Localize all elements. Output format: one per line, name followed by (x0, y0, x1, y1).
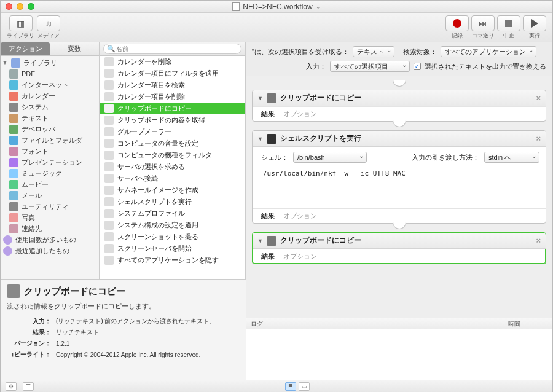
category-icon (9, 147, 18, 156)
close-icon[interactable] (6, 3, 12, 10)
disclosure-icon[interactable]: ▼ (257, 238, 263, 244)
action-label: シェルスクリプトを実行 (117, 197, 192, 206)
shell-script-input[interactable]: /usr/local/bin/nkf -w --ic=UTF8-MAC (259, 167, 539, 203)
action-label: コンピュータの機種をフィルタ (117, 151, 212, 160)
input-select[interactable]: すべての選択項目 (330, 61, 410, 72)
detail-copyright-label: コピーライト： (8, 350, 55, 360)
title-chevron-icon[interactable]: ⌄ (316, 4, 321, 10)
action-item[interactable]: システムプロファイル (100, 208, 245, 219)
sidebar-item[interactable]: ムービー (1, 179, 99, 190)
results-tab[interactable]: 結果 (261, 252, 275, 261)
sidebar-item[interactable]: ユーティリティ (1, 201, 99, 212)
sidebar-item[interactable]: システム (1, 101, 99, 112)
action-item[interactable]: カレンダー項目を削除 (100, 91, 245, 103)
action-item[interactable]: システム構成の設定を適用 (100, 219, 245, 231)
action-item[interactable]: サーバの選択を求める (100, 161, 245, 173)
library-button[interactable]: ▥ ライブラリ (7, 15, 34, 40)
close-step-icon[interactable]: × (536, 236, 541, 245)
search-input[interactable] (103, 44, 241, 54)
action-item[interactable]: サムネールイメージを作成 (100, 184, 245, 196)
sidebar-item[interactable]: 写真 (1, 212, 99, 223)
disclosure-icon[interactable]: ▼ (2, 60, 8, 66)
sidebar-item[interactable]: テキスト (1, 112, 99, 123)
workflow-area[interactable]: ▼クリップボードにコピー× 結果オプション ▼シェルスクリプトを実行× シェル：… (246, 76, 552, 318)
action-item[interactable]: コンピュータの音量を設定 (100, 138, 245, 149)
stop-button[interactable]: 中止 (497, 15, 520, 40)
options-tab[interactable]: オプション (283, 252, 317, 261)
statusbar: ⚙ ☰ ≣ ▭ (1, 380, 552, 392)
results-tab[interactable]: 結果 (261, 211, 275, 221)
sidebar-item-label: メール (22, 191, 42, 200)
action-item[interactable]: グループメーラー (100, 126, 245, 138)
receives-select[interactable]: テキスト (353, 46, 394, 57)
action-item[interactable]: カレンダー項目にフィルタを適用 (100, 68, 245, 79)
sidebar-item[interactable]: カレンダー (1, 90, 99, 101)
action-item[interactable]: スクリーンショットを撮る (100, 231, 245, 243)
action-label: サムネールイメージを作成 (117, 186, 198, 195)
disclosure-icon[interactable]: ▼ (257, 136, 263, 142)
library-icon (11, 58, 20, 68)
sidebar-item[interactable]: ファイルとフォルダ (1, 135, 99, 146)
sidebar-item[interactable]: プレゼンテーション (1, 157, 99, 168)
sidebar-item-label: PDF (22, 70, 35, 77)
sidebar-item[interactable]: デベロッパ (1, 123, 99, 135)
sidebar-item[interactable]: フォント (1, 146, 99, 157)
shell-label: シェル： (259, 153, 288, 162)
action-item[interactable]: コンピュータの機種をフィルタ (100, 149, 245, 161)
tab-variables[interactable]: 変数 (50, 42, 99, 55)
step-copy-2[interactable]: ▼クリップボードにコピー× 結果オプション (252, 232, 546, 264)
sidebar-item[interactable]: ミュージック (1, 168, 99, 179)
action-label: システム構成の設定を適用 (117, 221, 198, 230)
results-tab[interactable]: 結果 (261, 109, 275, 119)
workflow-input-header: "は、次の選択項目を受け取る： テキスト 検索対象： すべてのアプリケーション … (246, 42, 552, 76)
sidebar-smart-item[interactable]: 使用回数が多いもの (1, 234, 99, 245)
minimize-icon[interactable] (17, 3, 23, 10)
sidebar-toggle-icon[interactable]: ☰ (23, 382, 34, 391)
step-button[interactable]: ⏭コマ送り (471, 15, 495, 40)
record-button[interactable]: 記録 (445, 15, 469, 40)
sidebar-item[interactable]: 連絡先 (1, 223, 99, 234)
sidebar-item[interactable]: インターネット (1, 79, 99, 90)
options-tab[interactable]: オプション (283, 211, 317, 221)
tab-actions[interactable]: アクション (1, 42, 50, 55)
replace-checkbox[interactable]: ✓ (414, 63, 421, 70)
view-other-icon[interactable]: ▭ (299, 382, 310, 391)
target-select[interactable]: すべてのアプリケーション (441, 46, 536, 57)
disclosure-icon[interactable]: ▼ (257, 95, 263, 101)
record-label: 記録 (452, 32, 463, 40)
detail-version-label: バージョン： (8, 339, 55, 349)
action-item[interactable]: カレンダー項目を検索 (100, 79, 245, 91)
pass-select[interactable]: stdin へ (484, 152, 539, 163)
time-column-header[interactable]: 時間 (503, 318, 552, 329)
options-tab[interactable]: オプション (283, 109, 317, 119)
action-item[interactable]: スクリーンセーバを開始 (100, 243, 245, 254)
close-step-icon[interactable]: × (536, 134, 541, 143)
action-item[interactable]: シェルスクリプトを実行 (100, 196, 245, 208)
step-copy-1[interactable]: ▼クリップボードにコピー× 結果オプション (252, 90, 546, 122)
sidebar-smart-item[interactable]: 最近追加したもの (1, 245, 99, 256)
action-item[interactable]: カレンダーを削除 (100, 56, 245, 68)
step-title: クリップボードにコピー (280, 93, 361, 103)
media-button[interactable]: ♫ メディア (37, 15, 60, 40)
run-button[interactable]: 実行 (523, 15, 546, 40)
step-shell[interactable]: ▼シェルスクリプトを実行× シェル： /bin/bash 入力の引き渡し方法： … (252, 130, 546, 224)
close-step-icon[interactable]: × (536, 93, 541, 103)
view-log-icon[interactable]: ≣ (285, 382, 296, 391)
log-column-header[interactable]: ログ (246, 318, 503, 329)
gear-menu-icon[interactable]: ⚙ (6, 382, 17, 391)
action-item[interactable]: クリップボードにコピー (100, 103, 245, 114)
sidebar-item[interactable]: メール (1, 190, 99, 201)
automator-window: NFD=>NFC.workflow ⌄ ▥ ライブラリ ♫ メディア 記録 ⏭コ… (0, 0, 553, 392)
action-detail: クリップボードにコピー 渡された情報をクリップボードにコピーします。 入力：(リ… (1, 279, 246, 380)
zoom-icon[interactable] (28, 3, 34, 10)
library-root[interactable]: ▼ライブラリ (1, 57, 99, 68)
stop-icon (505, 20, 512, 27)
detail-version-value: 1.2.1 (56, 339, 215, 349)
action-icon (104, 92, 114, 101)
action-item[interactable]: クリップボードの内容を取得 (100, 114, 245, 126)
action-item[interactable]: サーバへ接続 (100, 173, 245, 184)
action-item[interactable]: すべてのアプリケーションを隠す (100, 254, 245, 266)
shell-select[interactable]: /bin/bash (293, 152, 367, 163)
action-icon (104, 116, 114, 125)
sidebar-item[interactable]: PDF (1, 68, 99, 79)
